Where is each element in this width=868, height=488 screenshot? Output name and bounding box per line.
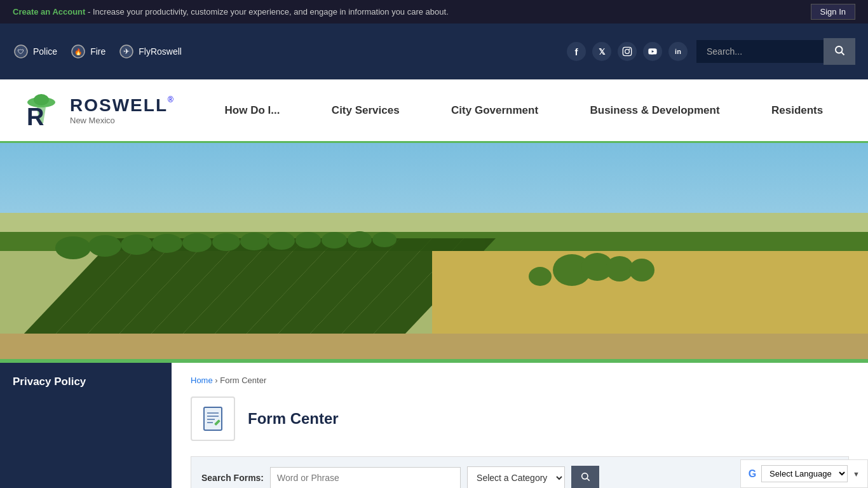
facebook-icon[interactable]: f xyxy=(567,42,586,61)
linkedin-icon[interactable]: in xyxy=(668,42,688,61)
svg-rect-6 xyxy=(623,47,631,55)
sidebar: Privacy Policy xyxy=(0,363,172,488)
svg-point-44 xyxy=(372,232,397,247)
svg-text:R: R xyxy=(27,104,44,130)
svg-text:✈: ✈ xyxy=(123,47,130,56)
youtube-icon[interactable] xyxy=(643,42,662,61)
flyroswell-link[interactable]: ✈ FlyRoswell xyxy=(118,43,182,60)
top-bar: Create an Account - Increase your produc… xyxy=(0,0,868,24)
google-translate-icon: G xyxy=(749,468,756,480)
top-bar-description: - Increase your productivity, customize … xyxy=(88,7,449,17)
svg-text:🔥: 🔥 xyxy=(74,48,83,56)
form-center-icon xyxy=(191,396,235,441)
logo-name: ROSWELL xyxy=(70,95,168,116)
nav-bar: R ROSWELL ® New Mexico How Do I... City … xyxy=(0,79,868,143)
logo-text: ROSWELL ® New Mexico xyxy=(70,95,173,125)
sign-in-button[interactable]: Sign In xyxy=(811,4,855,20)
svg-rect-51 xyxy=(0,334,868,359)
svg-line-10 xyxy=(841,52,844,55)
nav-item-how-do-i[interactable]: How Do I... xyxy=(214,98,292,123)
svg-point-35 xyxy=(121,234,153,255)
category-select[interactable]: Select a Category xyxy=(467,466,565,488)
police-icon: 🛡 xyxy=(13,43,29,60)
plane-icon: ✈ xyxy=(118,43,135,60)
logo-state: New Mexico xyxy=(70,116,173,125)
svg-point-7 xyxy=(625,50,630,54)
header-right: f 𝕏 in xyxy=(567,38,855,65)
svg-point-41 xyxy=(295,232,321,248)
svg-point-43 xyxy=(348,231,372,248)
svg-point-40 xyxy=(268,232,295,250)
breadcrumb-current: Form Center xyxy=(220,376,266,385)
svg-point-34 xyxy=(88,235,121,257)
svg-line-59 xyxy=(587,478,590,481)
search-bar xyxy=(696,38,855,65)
breadcrumb: Home › Form Center xyxy=(191,376,849,385)
form-search-button[interactable] xyxy=(571,466,599,488)
svg-point-33 xyxy=(55,236,91,259)
svg-point-38 xyxy=(212,233,240,251)
svg-point-58 xyxy=(582,473,588,479)
search-forms-label: Search Forms: xyxy=(201,473,264,483)
header: 🛡 Police 🔥 Fire xyxy=(0,24,868,79)
logo[interactable]: R ROSWELL ® New Mexico xyxy=(19,88,173,133)
nav-item-business-development[interactable]: Business & Development xyxy=(578,98,731,123)
svg-point-36 xyxy=(152,234,182,253)
svg-point-8 xyxy=(629,48,630,50)
instagram-icon[interactable] xyxy=(618,42,637,61)
logo-registered: ® xyxy=(168,95,173,104)
top-bar-message: Create an Account - Increase your produc… xyxy=(13,7,449,17)
form-search-input[interactable] xyxy=(270,467,461,488)
fire-icon: 🔥 xyxy=(70,43,86,60)
language-bar: G Select Language ▼ xyxy=(740,459,868,488)
svg-text:🛡: 🛡 xyxy=(18,48,24,55)
quick-links: 🛡 Police 🔥 Fire xyxy=(13,43,182,60)
content-area: Privacy Policy Home › Form Center xyxy=(0,363,868,488)
fire-link[interactable]: 🔥 Fire xyxy=(70,43,105,60)
flyroswell-label: FlyRoswell xyxy=(139,46,182,57)
svg-point-50 xyxy=(529,267,552,286)
svg-point-42 xyxy=(322,232,347,248)
nav-item-city-services[interactable]: City Services xyxy=(320,98,411,123)
sidebar-title: Privacy Policy xyxy=(13,376,159,388)
svg-point-9 xyxy=(836,46,843,53)
breadcrumb-home[interactable]: Home xyxy=(191,376,213,385)
nav-item-residents[interactable]: Residents xyxy=(760,98,834,123)
twitter-icon[interactable]: 𝕏 xyxy=(592,42,611,61)
social-icons: f 𝕏 in xyxy=(567,42,688,61)
dropdown-arrow-icon: ▼ xyxy=(853,470,860,478)
nav-item-city-government[interactable]: City Government xyxy=(440,98,550,123)
logo-icon: R xyxy=(19,88,64,133)
main-navigation: How Do I... City Services City Governmen… xyxy=(199,98,849,123)
hero-image xyxy=(0,143,868,359)
create-account-link[interactable]: Create an Account xyxy=(13,7,85,17)
language-select[interactable]: Select Language xyxy=(761,465,848,482)
svg-point-39 xyxy=(240,233,268,250)
page-header: Form Center xyxy=(191,396,849,441)
police-link[interactable]: 🛡 Police xyxy=(13,43,57,60)
page-title: Form Center xyxy=(248,410,339,428)
svg-point-37 xyxy=(182,233,212,252)
svg-rect-52 xyxy=(204,407,222,430)
header-search-button[interactable] xyxy=(824,38,855,65)
police-label: Police xyxy=(33,46,57,57)
svg-point-49 xyxy=(629,259,654,281)
header-search-input[interactable] xyxy=(696,40,824,63)
header-left: 🛡 Police 🔥 Fire xyxy=(13,43,182,60)
fire-label: Fire xyxy=(90,46,105,57)
